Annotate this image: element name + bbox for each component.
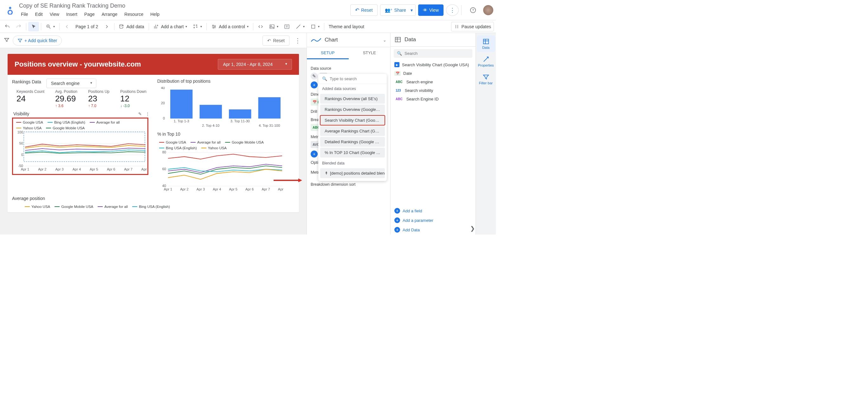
- zoom-tool[interactable]: ▾: [43, 22, 57, 31]
- add-data-link[interactable]: +Add Data: [391, 225, 475, 234]
- blend-add-icon[interactable]: +: [311, 82, 318, 88]
- ds-item[interactable]: Search Visibility Chart (Google USA): [320, 115, 385, 125]
- menu-page[interactable]: Page: [81, 10, 98, 18]
- code-icon: [258, 24, 264, 29]
- canvas-reset-button[interactable]: ↶Reset: [262, 35, 289, 45]
- ds-item[interactable]: Rankings Overview (Google USA): [320, 104, 385, 115]
- share-button[interactable]: 👥⁺Share: [380, 4, 411, 16]
- view-button[interactable]: 👁View: [418, 4, 443, 16]
- menu-help[interactable]: Help: [147, 10, 163, 18]
- help-icon: ?: [469, 7, 476, 13]
- add-metric-icon[interactable]: +: [311, 151, 318, 158]
- menu-insert[interactable]: Insert: [63, 10, 81, 18]
- svg-point-5: [120, 24, 123, 26]
- add-chart-button[interactable]: Add a chart▾: [151, 22, 190, 31]
- menu-resource[interactable]: Resource: [121, 10, 147, 18]
- more-vert-icon[interactable]: ⋮: [144, 112, 152, 116]
- expand-panel-icon[interactable]: ❯: [470, 225, 475, 232]
- shape-icon: [310, 24, 316, 29]
- top10-line-chart[interactable]: 406080Apr 1Apr 2Apr 3Apr 4Apr 5Apr 6Apr …: [157, 151, 284, 192]
- help-button[interactable]: ?: [467, 4, 479, 16]
- ds-item-blended[interactable]: ↟[demo] positions detailed blend: [320, 168, 385, 178]
- title-block: Copy of SE Ranking Rank Tracking Demo Fi…: [18, 2, 163, 18]
- shape-button[interactable]: ▾: [308, 22, 322, 31]
- avg-position-label: Average position: [12, 196, 294, 201]
- search-engine-select[interactable]: Search engine: [46, 78, 96, 88]
- add-control-button[interactable]: Add a control▾: [209, 22, 251, 31]
- text-button[interactable]: [281, 22, 292, 31]
- looker-studio-logo-icon[interactable]: [5, 5, 15, 15]
- svg-text:38: 38: [180, 87, 183, 89]
- undo-button[interactable]: [2, 22, 13, 31]
- tab-setup[interactable]: SETUP: [307, 47, 349, 59]
- more-options-button[interactable]: ⋮: [446, 4, 459, 16]
- svg-text:Apr 1: Apr 1: [164, 187, 172, 191]
- rail-properties[interactable]: Properties: [477, 53, 495, 70]
- data-panel-title: Data: [405, 36, 416, 43]
- selection-tool[interactable]: [28, 22, 39, 31]
- date-range-picker[interactable]: Apr 1, 2024 - Apr 8, 2024: [218, 59, 292, 70]
- embed-button[interactable]: [255, 22, 266, 31]
- visibility-chart[interactable]: Google USABing USA (English)Average for …: [12, 118, 148, 175]
- rail-data[interactable]: Data: [477, 35, 495, 52]
- data-panel: Data 🔍 ▸Search Visibility Chart (Google …: [391, 33, 475, 234]
- ds-search-input[interactable]: [330, 76, 383, 81]
- person-add-icon: 👥⁺: [385, 8, 393, 13]
- pause-updates-button[interactable]: Pause updates: [451, 22, 494, 31]
- field-item[interactable]: ABCSearch engine: [391, 77, 475, 86]
- distribution-bar-chart[interactable]: 02040381. Top 1-3182. Top 4-10123. Top 1…: [157, 87, 284, 128]
- ds-item[interactable]: Average Rankings Chart (Google USA): [320, 126, 385, 136]
- theme-layout-button[interactable]: Theme and layout: [326, 22, 367, 31]
- add-quick-filter-button[interactable]: + Add quick filter: [13, 35, 62, 45]
- reset-button[interactable]: ↶Reset: [350, 4, 378, 16]
- add-field-link[interactable]: +Add a field: [391, 206, 475, 216]
- svg-text:Apr 3: Apr 3: [196, 187, 205, 191]
- svg-point-9: [213, 25, 214, 26]
- prev-page-button[interactable]: [62, 22, 72, 31]
- ds-item[interactable]: Detailed Rankings (Google USA): [320, 137, 385, 147]
- field-item[interactable]: 📅Date: [391, 69, 475, 77]
- rail-filter[interactable]: Filter bar: [477, 71, 495, 88]
- doc-title[interactable]: Copy of SE Ranking Rank Tracking Demo: [18, 2, 163, 10]
- ds-item[interactable]: Rankings Overview (all SE's): [320, 94, 385, 104]
- redo-button[interactable]: [13, 22, 24, 31]
- field-search[interactable]: 🔍: [394, 49, 472, 58]
- ds-search[interactable]: 🔍: [318, 74, 387, 84]
- menu-edit[interactable]: Edit: [32, 10, 46, 18]
- field-item[interactable]: 123Search visibility: [391, 86, 475, 95]
- breakdown-sort-label: Breakdown dimension sort: [311, 182, 386, 187]
- share-dropdown[interactable]: ▾: [408, 4, 415, 16]
- add-data-button[interactable]: Add data: [116, 22, 147, 31]
- menu-view[interactable]: View: [46, 10, 62, 18]
- filter-icon[interactable]: [4, 37, 9, 44]
- menu-file[interactable]: File: [18, 10, 31, 18]
- field-item[interactable]: ABCSearch Engine ID: [391, 95, 475, 103]
- canvas-more-icon[interactable]: ⋮: [292, 37, 303, 44]
- menu-arrange[interactable]: Arrange: [99, 10, 121, 18]
- chevron-down-icon: ⌄: [383, 38, 386, 42]
- chart-plus-icon: [153, 24, 159, 29]
- canvas-toolbar: + Add quick filter ↶Reset ⋮: [0, 33, 307, 48]
- svg-text:60: 60: [162, 167, 166, 171]
- chart-config-header[interactable]: Chart ⌄: [307, 33, 390, 47]
- ds-item[interactable]: % In TOP 10 Chart (Google USA): [320, 148, 385, 158]
- data-source-field[interactable]: ▸Search Visibility Chart (Google USA): [391, 60, 475, 69]
- field-search-input[interactable]: [405, 51, 469, 56]
- account-avatar[interactable]: [483, 5, 493, 15]
- report-canvas[interactable]: Positions overview - yourwebsite.com Apr…: [0, 48, 307, 234]
- image-button[interactable]: ▾: [267, 22, 281, 31]
- svg-text:Apr 4: Apr 4: [72, 167, 81, 171]
- edit-icon[interactable]: ✎: [136, 112, 144, 116]
- svg-text:Apr 7: Apr 7: [261, 187, 270, 191]
- page-indicator[interactable]: Page 1 of 2: [73, 22, 101, 31]
- visibility-legend: Google USABing USA (English)Average for …: [14, 120, 146, 131]
- visibility-label: Visibility: [13, 111, 29, 116]
- tab-style[interactable]: STYLE: [349, 47, 391, 59]
- line-button[interactable]: ▾: [293, 22, 307, 31]
- add-parameter-link[interactable]: +Add a parameter: [391, 216, 475, 225]
- edit-source-icon[interactable]: ✎: [311, 72, 318, 80]
- redo-icon: [16, 24, 22, 29]
- community-viz-button[interactable]: ▾: [190, 22, 205, 31]
- next-page-button[interactable]: [101, 22, 112, 31]
- community-viz-icon: [193, 24, 198, 29]
